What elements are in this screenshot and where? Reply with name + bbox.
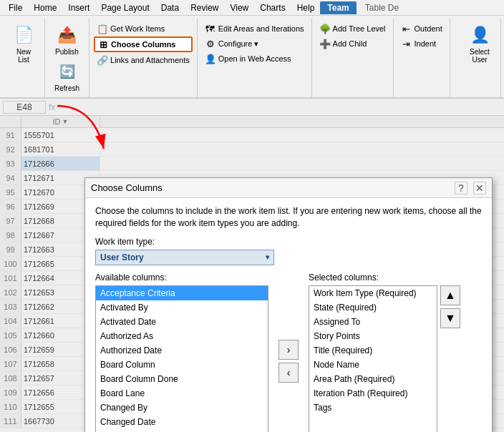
outdent-button[interactable]: ⇤ Outdent xyxy=(398,21,445,36)
list-item[interactable]: Area Path (Required) xyxy=(309,372,437,386)
menu-home[interactable]: Home xyxy=(28,1,62,14)
list-item[interactable]: Closed By xyxy=(96,429,268,432)
dialog-title-buttons: ? ✕ xyxy=(455,182,486,195)
list-item[interactable]: Authorized As xyxy=(96,329,268,343)
menu-table-de[interactable]: Table De xyxy=(358,1,406,14)
menu-view[interactable]: View xyxy=(224,1,254,14)
ribbon-col-1: 📋 Get Work Items ⊞ Choose Columns 🔗 Link… xyxy=(94,21,193,67)
dialog-title: Choose Columns xyxy=(91,182,163,193)
outdent-icon: ⇤ xyxy=(401,23,412,34)
select-user-label: SelectUser xyxy=(470,48,490,64)
add-tree-level-label: Add Tree Level xyxy=(333,24,386,33)
links-attachments-icon: 🔗 xyxy=(97,54,108,66)
configure-arrow-icon: ▾ xyxy=(254,39,258,49)
up-down-arrows: ▲ ▼ xyxy=(440,285,460,432)
open-web-label: Open in Web Access xyxy=(218,54,291,63)
list-item[interactable]: Authorized Date xyxy=(96,343,268,358)
add-child-button[interactable]: ➕ Add Child xyxy=(316,36,389,51)
add-child-icon: ➕ xyxy=(319,38,331,49)
refresh-button[interactable]: 🔄 Refresh xyxy=(51,58,83,94)
configure-button[interactable]: ⚙ Configure ▾ xyxy=(202,36,307,51)
indent-button[interactable]: ⇥ Indent xyxy=(398,36,445,51)
menu-team[interactable]: Team xyxy=(320,1,356,14)
menu-insert[interactable]: Insert xyxy=(62,1,95,14)
work-item-type-section: Work item type: User Story ▾ xyxy=(95,237,482,265)
publish-button[interactable]: 📤 Publish xyxy=(52,21,82,58)
ribbon: 📄 NewList 📤 Publish 🔄 Refresh 📋 Get Work… xyxy=(0,16,504,99)
menu-review[interactable]: Review xyxy=(185,1,224,14)
dialog-description: Choose the columns to include in the wor… xyxy=(95,205,482,230)
sheet-area: fx ID ▼ 91155570192168170193171266694171… xyxy=(0,99,504,432)
menu-page-layout[interactable]: Page Layout xyxy=(95,1,155,14)
open-web-button[interactable]: 👤 Open in Web Access xyxy=(202,51,307,66)
available-columns-list[interactable]: Acceptance CriteriaActivated ByActivated… xyxy=(95,285,268,432)
list-item[interactable]: Changed By xyxy=(96,401,268,415)
get-work-items-icon: 📋 xyxy=(97,23,108,34)
move-up-button[interactable]: ▲ xyxy=(440,285,460,305)
list-item[interactable]: Title (Required) xyxy=(309,343,437,358)
refresh-label: Refresh xyxy=(54,84,79,92)
links-attachments-label: Links and Attachments xyxy=(110,56,190,64)
new-list-button[interactable]: 📄 NewList xyxy=(9,21,39,66)
list-item[interactable]: Assigned To xyxy=(309,315,437,329)
add-child-label: Add Child xyxy=(333,39,367,48)
choose-columns-button[interactable]: ⊞ Choose Columns xyxy=(94,36,193,52)
list-item[interactable]: Board Column Done xyxy=(96,372,268,386)
work-item-type-dropdown[interactable]: User Story ▾ xyxy=(95,250,274,265)
list-item[interactable]: Activated By xyxy=(96,300,268,315)
select-user-button[interactable]: 👤 SelectUser xyxy=(465,21,495,66)
menubar: File Home Insert Page Layout Data Review… xyxy=(0,0,504,16)
links-attachments-button[interactable]: 🔗 Links and Attachments xyxy=(94,53,193,67)
list-item[interactable]: Work Item Type (Required) xyxy=(309,286,437,300)
dialog-body: Choose the columns to include in the wor… xyxy=(85,198,492,432)
add-tree-level-button[interactable]: 🌳 Add Tree Level xyxy=(316,21,389,36)
ribbon-group-middle: 📋 Get Work Items ⊞ Choose Columns 🔗 Link… xyxy=(89,19,198,97)
available-columns-label: Available columns: xyxy=(95,273,268,283)
refresh-icon: 🔄 xyxy=(56,60,79,83)
menu-charts[interactable]: Charts xyxy=(254,1,291,14)
move-left-button[interactable]: ‹ xyxy=(278,363,299,383)
selected-col-with-arrows: Work Item Type (Required)State (Required… xyxy=(309,285,482,432)
list-item[interactable]: Changed Date xyxy=(96,415,268,429)
dialog-close-button[interactable]: ✕ xyxy=(473,182,486,195)
selected-columns-list[interactable]: Work Item Type (Required)State (Required… xyxy=(309,285,437,432)
move-right-button[interactable]: › xyxy=(278,340,299,360)
list-item[interactable]: Board Lane xyxy=(96,386,268,401)
list-item[interactable]: Story Points xyxy=(309,329,437,343)
ribbon-col-2: 🗺 Edit Areas and Iterations ⚙ Configure … xyxy=(202,21,307,66)
menu-file[interactable]: File xyxy=(3,1,28,14)
list-item[interactable]: Iteration Path (Required) xyxy=(309,386,437,401)
configure-icon: ⚙ xyxy=(205,38,216,49)
edit-areas-icon: 🗺 xyxy=(205,23,216,34)
list-item[interactable]: State (Required) xyxy=(309,300,437,315)
choose-columns-label: Choose Columns xyxy=(111,40,175,49)
get-work-items-label: Get Work Items xyxy=(110,24,165,33)
ribbon-group-publish: 📤 Publish 🔄 Refresh xyxy=(45,19,89,97)
get-work-items-button[interactable]: 📋 Get Work Items xyxy=(94,21,193,36)
move-down-button[interactable]: ▼ xyxy=(440,308,460,328)
indent-label: Indent xyxy=(415,39,437,48)
indent-icon: ⇥ xyxy=(401,38,412,49)
work-item-type-value: User Story xyxy=(100,252,144,262)
dropdown-arrow-icon: ▾ xyxy=(266,253,269,261)
list-item[interactable]: Acceptance Criteria xyxy=(96,286,268,300)
list-item[interactable]: Tags xyxy=(309,401,437,415)
available-columns-section: Available columns: Acceptance CriteriaAc… xyxy=(95,273,268,432)
list-item[interactable]: Node Name xyxy=(309,358,437,372)
add-tree-level-icon: 🌳 xyxy=(319,23,331,34)
ribbon-col-4: ⇤ Outdent ⇥ Indent xyxy=(398,21,445,51)
columns-area: Available columns: Acceptance CriteriaAc… xyxy=(95,273,482,432)
list-item[interactable]: Board Column xyxy=(96,358,268,372)
work-item-type-label: Work item type: xyxy=(95,237,482,247)
menu-data[interactable]: Data xyxy=(155,1,185,14)
open-web-icon: 👤 xyxy=(205,53,216,64)
new-list-icon: 📄 xyxy=(12,24,35,46)
configure-label: Configure xyxy=(218,39,253,48)
edit-areas-button[interactable]: 🗺 Edit Areas and Iterations xyxy=(202,21,307,36)
ribbon-group-tree: 🌳 Add Tree Level ➕ Add Child xyxy=(312,19,394,97)
menu-help[interactable]: Help xyxy=(291,1,321,14)
ribbon-group-edit: 🗺 Edit Areas and Iterations ⚙ Configure … xyxy=(198,19,312,97)
dialog-help-button[interactable]: ? xyxy=(455,182,467,195)
select-user-icon: 👤 xyxy=(468,24,491,46)
list-item[interactable]: Activated Date xyxy=(96,315,268,329)
